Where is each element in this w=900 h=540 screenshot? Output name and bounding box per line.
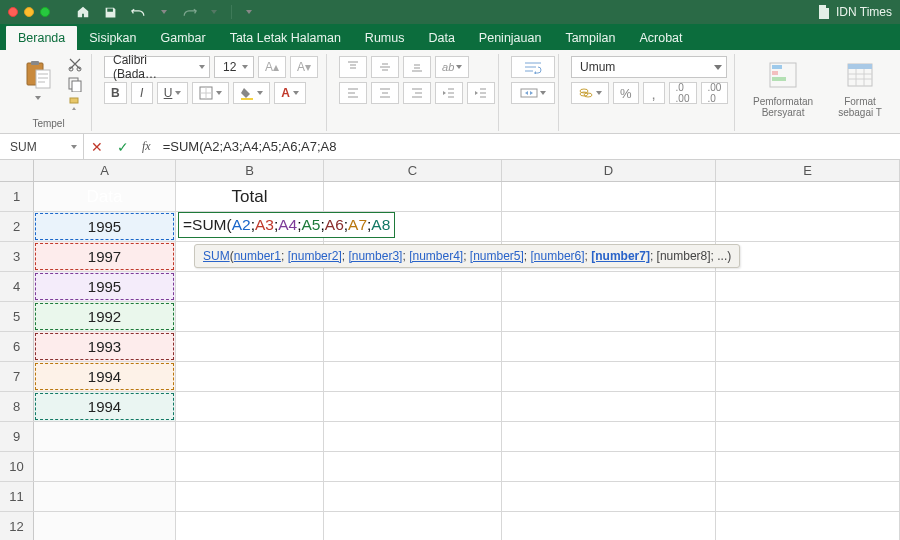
align-middle-icon[interactable] bbox=[371, 56, 399, 78]
cell-b9[interactable] bbox=[176, 422, 324, 451]
border-button[interactable] bbox=[192, 82, 229, 104]
row-header-3[interactable]: 3 bbox=[0, 242, 34, 271]
tooltip-fn-link[interactable]: SUM bbox=[203, 249, 230, 263]
fill-color-button[interactable] bbox=[233, 82, 270, 104]
cell-b7[interactable] bbox=[176, 362, 324, 391]
cell-b1[interactable]: Total bbox=[176, 182, 324, 211]
tooltip-param[interactable]: [number2] bbox=[288, 249, 342, 263]
cell-d6[interactable] bbox=[502, 332, 716, 361]
row-header-1[interactable]: 1 bbox=[0, 182, 34, 211]
cell-d5[interactable] bbox=[502, 302, 716, 331]
cell-c5[interactable] bbox=[324, 302, 502, 331]
cell-c10[interactable] bbox=[324, 452, 502, 481]
decrease-indent-icon[interactable] bbox=[435, 82, 463, 104]
cell-e2[interactable] bbox=[716, 212, 900, 241]
percent-icon[interactable]: % bbox=[613, 82, 639, 104]
increase-indent-icon[interactable] bbox=[467, 82, 495, 104]
tab-tampilan[interactable]: Tampilan bbox=[553, 26, 627, 50]
cell-e7[interactable] bbox=[716, 362, 900, 391]
format-as-table-button[interactable]: Format sebagai T bbox=[829, 56, 891, 118]
row-header-2[interactable]: 2 bbox=[0, 212, 34, 241]
cell-a1[interactable]: Data bbox=[34, 182, 176, 211]
select-all-corner[interactable] bbox=[0, 160, 34, 181]
conditional-formatting-button[interactable]: Pemformatan Bersyarat bbox=[747, 56, 819, 118]
cell-e3[interactable] bbox=[716, 242, 900, 271]
cell-c9[interactable] bbox=[324, 422, 502, 451]
row-header-4[interactable]: 4 bbox=[0, 272, 34, 301]
cell-e1[interactable] bbox=[716, 182, 900, 211]
cell-e9[interactable] bbox=[716, 422, 900, 451]
cell-c4[interactable] bbox=[324, 272, 502, 301]
tooltip-param[interactable]: [number3] bbox=[348, 249, 402, 263]
cell-a7[interactable]: 1994 bbox=[34, 362, 176, 391]
tab-data[interactable]: Data bbox=[416, 26, 466, 50]
italic-button[interactable]: I bbox=[131, 82, 153, 104]
tab-acrobat[interactable]: Acrobat bbox=[627, 26, 694, 50]
cell-b10[interactable] bbox=[176, 452, 324, 481]
tooltip-param[interactable]: [number6] bbox=[531, 249, 585, 263]
cell-e10[interactable] bbox=[716, 452, 900, 481]
col-header-a[interactable]: A bbox=[34, 160, 176, 181]
align-top-icon[interactable] bbox=[339, 56, 367, 78]
cell-a9[interactable] bbox=[34, 422, 176, 451]
name-box[interactable]: SUM bbox=[0, 134, 84, 160]
format-painter-icon[interactable] bbox=[67, 96, 83, 112]
increase-font-icon[interactable]: A▴ bbox=[258, 56, 286, 78]
bold-button[interactable]: B bbox=[104, 82, 127, 104]
cell-c11[interactable] bbox=[324, 482, 502, 511]
fx-icon[interactable]: fx bbox=[136, 139, 157, 154]
cell-a4[interactable]: 1995 bbox=[34, 272, 176, 301]
row-header-6[interactable]: 6 bbox=[0, 332, 34, 361]
align-center-icon[interactable] bbox=[371, 82, 399, 104]
customize-qat-icon[interactable] bbox=[246, 10, 252, 14]
cell-e6[interactable] bbox=[716, 332, 900, 361]
cell-d4[interactable] bbox=[502, 272, 716, 301]
cut-icon[interactable] bbox=[67, 56, 83, 72]
cell-b11[interactable] bbox=[176, 482, 324, 511]
tooltip-param[interactable]: [number4] bbox=[409, 249, 463, 263]
redo-icon[interactable] bbox=[181, 6, 197, 19]
paste-dropdown-icon[interactable] bbox=[35, 96, 41, 100]
cell-c6[interactable] bbox=[324, 332, 502, 361]
tab-gambar[interactable]: Gambar bbox=[149, 26, 218, 50]
cell-c1[interactable] bbox=[324, 182, 502, 211]
cell-e4[interactable] bbox=[716, 272, 900, 301]
tooltip-param[interactable]: [number5] bbox=[470, 249, 524, 263]
tab-beranda[interactable]: Beranda bbox=[6, 26, 77, 50]
decrease-font-icon[interactable]: A▾ bbox=[290, 56, 318, 78]
cell-b5[interactable] bbox=[176, 302, 324, 331]
paste-button[interactable] bbox=[14, 56, 61, 100]
cell-c12[interactable] bbox=[324, 512, 502, 540]
row-header-5[interactable]: 5 bbox=[0, 302, 34, 331]
undo-dropdown-icon[interactable] bbox=[161, 10, 167, 14]
formula-editing-overlay[interactable]: =SUM(A2;A3;A4;A5;A6;A7;A8 bbox=[178, 212, 395, 238]
tooltip-param[interactable]: number1 bbox=[234, 249, 281, 263]
cell-a12[interactable] bbox=[34, 512, 176, 540]
save-icon[interactable] bbox=[104, 6, 117, 19]
cell-a3[interactable]: 1997 bbox=[34, 242, 176, 271]
cell-d11[interactable] bbox=[502, 482, 716, 511]
confirm-formula-icon[interactable]: ✓ bbox=[110, 139, 136, 155]
undo-icon[interactable] bbox=[131, 6, 147, 19]
tab-rumus[interactable]: Rumus bbox=[353, 26, 417, 50]
cell-c7[interactable] bbox=[324, 362, 502, 391]
tooltip-param-current[interactable]: [number7] bbox=[591, 249, 650, 263]
tab-sisipkan[interactable]: Sisipkan bbox=[77, 26, 148, 50]
align-left-icon[interactable] bbox=[339, 82, 367, 104]
cell-a8[interactable]: 1994 bbox=[34, 392, 176, 421]
cell-a11[interactable] bbox=[34, 482, 176, 511]
cell-e5[interactable] bbox=[716, 302, 900, 331]
font-name-select[interactable]: Calibri (Bada… bbox=[104, 56, 210, 78]
cell-a5[interactable]: 1992 bbox=[34, 302, 176, 331]
cell-a6[interactable]: 1993 bbox=[34, 332, 176, 361]
cell-d2[interactable] bbox=[502, 212, 716, 241]
cell-e8[interactable] bbox=[716, 392, 900, 421]
row-header-8[interactable]: 8 bbox=[0, 392, 34, 421]
home-icon[interactable] bbox=[76, 5, 90, 19]
minimize-window-icon[interactable] bbox=[24, 7, 34, 17]
cell-e12[interactable] bbox=[716, 512, 900, 540]
decrease-decimal-icon[interactable]: .00.0 bbox=[701, 82, 729, 104]
row-header-12[interactable]: 12 bbox=[0, 512, 34, 540]
cell-d8[interactable] bbox=[502, 392, 716, 421]
align-bottom-icon[interactable] bbox=[403, 56, 431, 78]
